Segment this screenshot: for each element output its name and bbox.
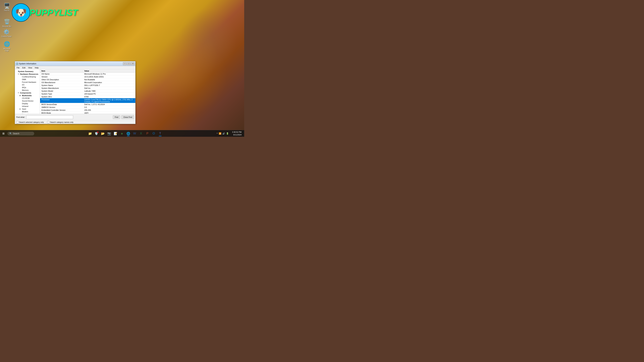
- checkbox-selected-category-input[interactable]: [16, 121, 18, 123]
- taskbar-camera[interactable]: 📷: [106, 131, 112, 137]
- table-cell-value: UEFI: [83, 112, 135, 114]
- taskbar-folder[interactable]: 📂: [100, 131, 106, 137]
- system-information-window: ℹ️ System Information ─ □ ✕ File Edit Vi…: [15, 61, 136, 124]
- tree-memory[interactable]: Memory: [15, 89, 40, 91]
- taskbar-powerpoint[interactable]: P: [144, 131, 150, 137]
- table-row[interactable]: OS ManufacturerMicrosoft Corporation: [40, 81, 135, 84]
- table-row[interactable]: BIOS ModeUEFI: [40, 112, 135, 114]
- tree-dma[interactable]: DMA: [15, 78, 40, 81]
- taskbar-outlook[interactable]: O: [151, 131, 157, 137]
- battery-icon[interactable]: 🔋: [226, 132, 229, 135]
- table-row[interactable]: System ManufacturerDell Inc.: [40, 87, 135, 90]
- taskbar-file-explorer[interactable]: 📁: [87, 131, 93, 137]
- taskbar-teams[interactable]: T: [157, 131, 163, 137]
- tree-irqs[interactable]: IRQs: [15, 86, 40, 89]
- table-cell-value: 10.0.22631 Build 22631: [83, 75, 135, 78]
- checkbox-category-names-input[interactable]: [47, 121, 49, 123]
- tree-sound-device[interactable]: Sound Device: [15, 99, 40, 102]
- maximize-button[interactable]: □: [127, 62, 131, 65]
- table-cell-value: Dell Inc. 1.37.0, 4/1/2024: [83, 103, 135, 106]
- taskbar-task-manager[interactable]: ⊕: [119, 131, 125, 137]
- tree-forced-hardware[interactable]: Forced Hardware: [15, 81, 40, 83]
- puppy-text: PUPPYLIST: [29, 8, 78, 17]
- expand-icon: ▶: [20, 95, 22, 96]
- table-cell-value: Latitude 7480: [83, 90, 135, 92]
- tree-multimedia[interactable]: ▶ Multimedia: [15, 94, 40, 97]
- tree-infrared[interactable]: Infrared: [15, 105, 40, 108]
- taskbar: ⊞ 🔍 Search 📁 🛡️ 📂 📷 📝 ⊕ 🌐 W X P O T ^ 📶 …: [0, 130, 244, 137]
- taskbar-word[interactable]: W: [132, 131, 138, 137]
- table-row[interactable]: BIOS Version/DateDell Inc. 1.37.0, 4/1/2…: [40, 103, 135, 106]
- checkbox-selected-category-label: Search selected category only: [19, 121, 44, 123]
- menu-bar: File Edit View Help: [15, 66, 135, 69]
- table-row[interactable]: System ModelLatitude 7480: [40, 90, 135, 92]
- close-button[interactable]: ✕: [131, 62, 135, 65]
- edge-icon: 🌐: [4, 40, 10, 47]
- window-controls: ─ □ ✕: [123, 62, 135, 65]
- taskbar-tray: ^ 📶 🔊 🔋 3:30:52 PM 6/11/2024: [215, 131, 244, 136]
- table-cell-item: BIOS Version/Date: [40, 103, 83, 106]
- table-cell-item: OS Manufacturer: [40, 81, 83, 84]
- menu-edit[interactable]: Edit: [21, 66, 27, 69]
- table-row[interactable]: Other OS DescriptionNot Available: [40, 78, 135, 81]
- tree-input[interactable]: ▶ Input: [15, 108, 40, 110]
- table-row[interactable]: OS NameMicrosoft Windows 11 Pro: [40, 72, 135, 75]
- col-header-item: Item: [40, 69, 83, 72]
- expand-icon: ▶: [20, 108, 22, 110]
- sysinfo-window-icon: ℹ️: [16, 62, 18, 65]
- window-title: System Information: [19, 62, 123, 65]
- table-cell-value: Dell Inc.: [83, 87, 135, 90]
- table-cell-value: 255.255: [83, 109, 135, 112]
- title-bar: ℹ️ System Information ─ □ ✕: [15, 61, 135, 66]
- checkbox-selected-category[interactable]: Search selected category only: [16, 121, 44, 123]
- table-row[interactable]: ProcessorIntel(R) Core(TM) i5-7300U CPU …: [40, 98, 135, 103]
- taskbar-notepad[interactable]: 📝: [112, 131, 118, 137]
- find-what-label: Find what:: [16, 116, 25, 118]
- tree-io[interactable]: I/O: [15, 83, 40, 86]
- taskbar-excel[interactable]: X: [138, 131, 144, 137]
- close-find-button[interactable]: Close Find: [122, 115, 134, 119]
- table-cell-item: System Model: [40, 90, 83, 92]
- start-button[interactable]: ⊞: [0, 130, 7, 137]
- tree-system-summary[interactable]: System Summary: [15, 70, 40, 73]
- desktop-icon-recycle[interactable]: 🗑️ Recycle Bin: [1, 17, 13, 28]
- find-button[interactable]: Find: [113, 115, 120, 119]
- clock-time: 3:30:52 PM: [232, 131, 242, 133]
- tree-conflicts[interactable]: Conflicts/Sharing: [15, 75, 40, 78]
- control-panel-icon: ⚙️: [3, 28, 10, 35]
- table-cell-item: OS Name: [40, 72, 83, 75]
- tree-hardware-resources[interactable]: ▼ Hardware Resources: [15, 73, 40, 75]
- desktop-icon-edge[interactable]: 🌐 Microsoft Edge: [1, 40, 13, 52]
- table-cell-item: Version: [40, 75, 83, 78]
- menu-view[interactable]: View: [27, 66, 34, 69]
- checkbox-category-names[interactable]: Search category names only: [47, 121, 73, 123]
- tree-cdrom[interactable]: CD-ROM: [15, 97, 40, 99]
- menu-help[interactable]: Help: [33, 66, 40, 69]
- table-row[interactable]: System SKU07A0: [40, 95, 135, 98]
- table-row[interactable]: System NameDELL-LATITUDE-7: [40, 84, 135, 87]
- taskbar-defender[interactable]: 🛡️: [94, 131, 100, 137]
- taskbar-search[interactable]: 🔍 Search: [8, 132, 34, 135]
- table-row[interactable]: SMBIOS Version3.0: [40, 106, 135, 109]
- chevron-up-icon[interactable]: ^: [217, 132, 218, 135]
- wifi-icon[interactable]: 📶: [219, 132, 221, 135]
- table-row[interactable]: Embedded Controller Version255.255: [40, 109, 135, 112]
- menu-file[interactable]: File: [15, 66, 21, 69]
- find-input[interactable]: [26, 115, 73, 119]
- tree-components[interactable]: ▼ Components: [15, 91, 40, 94]
- minimize-button[interactable]: ─: [123, 62, 126, 65]
- tree-display[interactable]: Display: [15, 102, 40, 105]
- puppy-logo: 🐶 PUPPYLIST: [12, 1, 59, 24]
- table-cell-value: Intel(R) Core(TM) i5-7300U CPU @ 2.60GHz…: [83, 98, 135, 103]
- table-row[interactable]: Version10.0.22631 Build 22631: [40, 75, 135, 78]
- desktop-icon-control-panel[interactable]: ⚙️ Control Panel: [0, 28, 12, 38]
- taskbar-edge[interactable]: 🌐: [125, 131, 131, 137]
- desktop-icon-this-pc[interactable]: 🖥️ This PC: [1, 2, 13, 12]
- clock-date: 6/11/2024: [232, 134, 242, 136]
- volume-icon[interactable]: 🔊: [222, 132, 225, 135]
- table-cell-item: Processor: [40, 98, 83, 103]
- tree-modem[interactable]: Modem: [15, 110, 40, 113]
- table-row[interactable]: System Typex64-based PC: [40, 92, 135, 95]
- table-cell-item: System Name: [40, 84, 83, 87]
- clock[interactable]: 3:30:52 PM 6/11/2024: [231, 131, 243, 136]
